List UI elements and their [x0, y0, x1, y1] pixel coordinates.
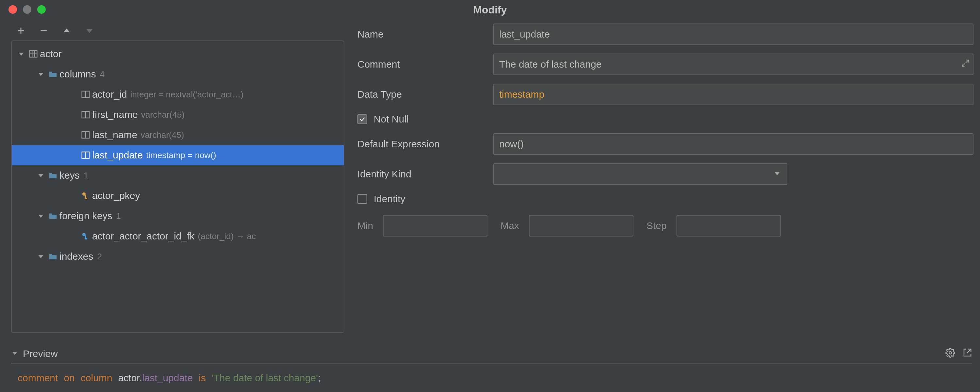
tree-node-column[interactable]: last_name varchar(45)	[12, 125, 344, 145]
tree-label: columns	[59, 69, 96, 80]
tree-label: foreign keys	[59, 210, 112, 221]
tree-node-foreign-key[interactable]: actor_actor_actor_id_fk (actor_id) → ac	[12, 226, 344, 246]
preview-title: Preview	[23, 348, 941, 359]
item-count: 4	[100, 69, 105, 80]
svg-marker-31	[13, 352, 18, 355]
name-input[interactable]	[493, 24, 974, 45]
window-controls	[8, 5, 46, 14]
min-label: Min	[357, 220, 373, 231]
expand-icon[interactable]	[961, 59, 970, 70]
column-type: integer = nextval('actor_act…)	[130, 89, 244, 100]
svg-line-28	[966, 60, 969, 63]
tree-label: indexes	[59, 251, 93, 262]
column-name: last_name	[92, 129, 137, 140]
svg-line-33	[967, 349, 971, 353]
folder-icon	[46, 211, 59, 221]
tree-node-fkeys-group[interactable]: foreign keys 1	[12, 206, 344, 226]
chevron-down-icon	[35, 212, 46, 220]
folder-icon	[46, 69, 59, 79]
tree-node-column[interactable]: actor_id integer = nextval('actor_act…)	[12, 84, 344, 105]
schema-tree: actor columns 4 actor_id integer = nextv…	[11, 40, 344, 333]
svg-marker-5	[19, 53, 24, 56]
min-input[interactable]	[383, 215, 487, 236]
window-title: Modify	[473, 4, 507, 16]
tree-node-column[interactable]: first_name varchar(45)	[12, 105, 344, 125]
open-external-icon[interactable]	[963, 348, 972, 360]
svg-marker-23	[38, 215, 43, 218]
chevron-down-icon	[35, 172, 46, 179]
preview-sql: comment on column actor.last_update is '…	[11, 363, 972, 392]
tree-node-table[interactable]: actor	[12, 44, 344, 64]
add-button[interactable]	[14, 24, 27, 37]
column-type: timestamp = now()	[146, 150, 216, 160]
collapse-toggle[interactable]	[11, 349, 18, 359]
column-icon	[79, 130, 92, 140]
svg-point-32	[949, 352, 951, 354]
svg-rect-22	[85, 198, 88, 199]
zoom-window-button[interactable]	[37, 5, 46, 14]
column-type: varchar(45)	[140, 130, 184, 140]
preview-panel: Preview comment on column actor.last_upd…	[0, 345, 980, 392]
datatype-label: Data Type	[357, 89, 488, 100]
move-up-button[interactable]	[60, 24, 73, 37]
identity-kind-label: Identity Kind	[357, 169, 488, 180]
column-type: varchar(45)	[141, 110, 185, 120]
folder-icon	[46, 252, 59, 261]
chevron-down-icon	[35, 253, 46, 260]
column-icon	[79, 110, 92, 120]
comment-input[interactable]	[493, 54, 974, 75]
titlebar: Modify	[0, 0, 980, 20]
chevron-down-icon	[16, 50, 27, 57]
default-expression-input[interactable]	[493, 133, 974, 155]
tree-node-columns-group[interactable]: columns 4	[12, 64, 344, 84]
tree-node-column-selected[interactable]: last_update timestamp = now()	[12, 145, 344, 165]
svg-rect-6	[30, 51, 37, 57]
column-name: last_update	[92, 150, 143, 161]
column-icon	[79, 89, 92, 99]
datatype-input[interactable]	[493, 84, 974, 105]
foreign-key-icon	[79, 231, 92, 241]
remove-button[interactable]	[37, 24, 50, 37]
item-count: 1	[84, 171, 88, 181]
notnull-checkbox[interactable]	[357, 114, 367, 124]
svg-marker-4	[87, 29, 93, 33]
comment-label: Comment	[357, 59, 488, 70]
svg-rect-26	[85, 238, 88, 239]
fkey-meta: (actor_id) → ac	[198, 231, 256, 241]
item-count: 2	[97, 252, 102, 262]
identity-label: Identity	[374, 193, 406, 204]
primary-key-icon	[79, 191, 92, 201]
default-label: Default Expression	[357, 139, 488, 150]
column-edit-form: Name Comment Data Type Not Null Default …	[344, 20, 974, 333]
svg-marker-27	[38, 255, 43, 258]
identity-kind-select[interactable]	[493, 163, 787, 185]
step-label: Step	[646, 220, 667, 231]
svg-line-29	[962, 64, 965, 67]
column-icon	[79, 150, 92, 160]
tree-node-keys-group[interactable]: keys 1	[12, 165, 344, 186]
tree-node-indexes-group[interactable]: indexes 2	[12, 246, 344, 266]
max-label: Max	[500, 220, 519, 231]
column-name: first_name	[92, 109, 138, 120]
svg-marker-10	[38, 73, 43, 76]
key-name: actor_pkey	[92, 190, 140, 201]
move-down-button[interactable]	[83, 24, 96, 37]
step-input[interactable]	[676, 215, 781, 236]
max-input[interactable]	[529, 215, 633, 236]
table-icon	[27, 49, 40, 59]
gear-icon[interactable]	[945, 348, 955, 360]
name-label: Name	[357, 29, 488, 40]
modify-dialog: Modify	[0, 0, 980, 392]
item-count: 1	[116, 211, 121, 221]
identity-checkbox[interactable]	[357, 194, 367, 204]
chevron-down-icon	[35, 70, 46, 78]
tree-label: keys	[59, 170, 80, 181]
notnull-label: Not Null	[374, 114, 409, 125]
svg-marker-3	[64, 29, 70, 32]
close-window-button[interactable]	[8, 5, 17, 14]
fkey-name: actor_actor_actor_id_fk	[92, 231, 195, 242]
minimize-window-button[interactable]	[23, 5, 31, 14]
svg-marker-19	[38, 174, 43, 177]
tree-node-key[interactable]: actor_pkey	[12, 186, 344, 206]
folder-icon	[46, 171, 59, 180]
